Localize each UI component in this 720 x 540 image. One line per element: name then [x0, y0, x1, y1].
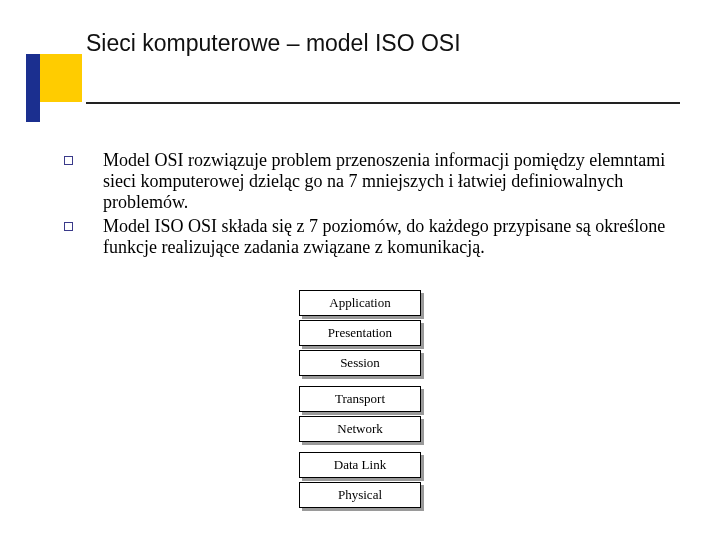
layer-physical: Physical — [299, 482, 421, 508]
slide-title: Sieci komputerowe – model ISO OSI — [86, 30, 461, 57]
layer-group-middle: Transport Network — [299, 386, 421, 442]
bullet-text: Model ISO OSI składa się z 7 poziomów, d… — [103, 216, 674, 258]
bullet-item: Model OSI rozwiązuje problem przenoszeni… — [64, 150, 674, 214]
layer-application: Application — [299, 290, 421, 316]
square-bullet-icon — [64, 222, 73, 231]
title-underline — [86, 102, 680, 104]
layer-presentation: Presentation — [299, 320, 421, 346]
layer-group-lower: Data Link Physical — [299, 452, 421, 508]
layer-transport: Transport — [299, 386, 421, 412]
osi-layer-diagram: Application Presentation Session Transpo… — [0, 290, 720, 518]
accent-square — [34, 54, 82, 102]
layer-network: Network — [299, 416, 421, 442]
layer-session: Session — [299, 350, 421, 376]
bullet-text: Model OSI rozwiązuje problem przenoszeni… — [103, 150, 674, 214]
layer-group-upper: Application Presentation Session — [299, 290, 421, 376]
layer-datalink: Data Link — [299, 452, 421, 478]
accent-bar-horizontal — [26, 54, 40, 68]
bullet-item: Model ISO OSI składa się z 7 poziomów, d… — [64, 216, 674, 258]
square-bullet-icon — [64, 156, 73, 165]
bullet-list: Model OSI rozwiązuje problem przenoszeni… — [64, 150, 674, 260]
